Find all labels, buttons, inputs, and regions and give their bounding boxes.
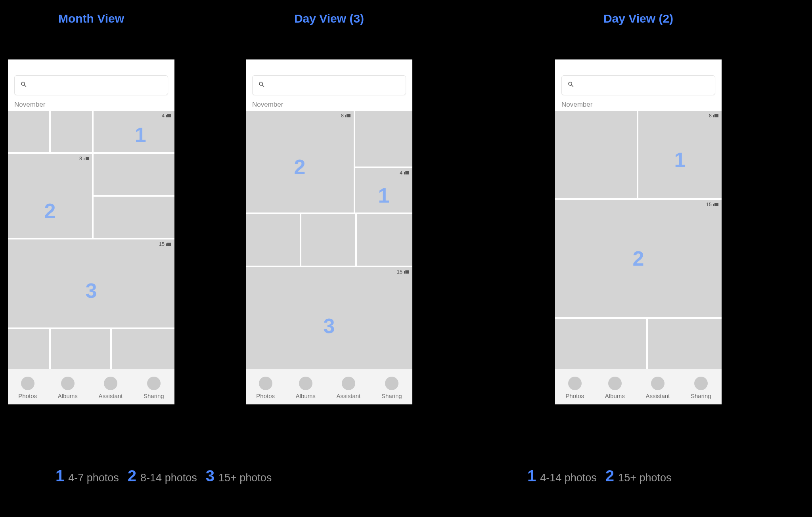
photo-tile[interactable] xyxy=(94,154,174,195)
nav-label: Photos xyxy=(18,393,37,399)
burst-badge: 15 xyxy=(397,270,409,275)
nav-icon xyxy=(568,377,582,390)
legend-num: 2 xyxy=(605,468,614,484)
tier-marker-3: 3 xyxy=(86,280,97,301)
month-header: November xyxy=(561,101,592,109)
tier-marker-3: 3 xyxy=(324,316,335,336)
search-input[interactable] xyxy=(252,75,406,95)
search-icon xyxy=(258,81,265,90)
photo-tile[interactable] xyxy=(301,214,355,266)
nav-sharing[interactable]: Sharing xyxy=(691,377,711,399)
nav-icon xyxy=(342,377,355,390)
search-icon xyxy=(567,81,575,90)
nav-assistant[interactable]: Assistant xyxy=(336,377,360,399)
phone-mock-month: November 4 1 8 2 xyxy=(8,59,174,404)
photo-tile[interactable] xyxy=(355,111,412,167)
nav-icon xyxy=(608,377,622,390)
burst-badge: 4 xyxy=(162,113,171,119)
photo-tile[interactable] xyxy=(51,111,92,152)
nav-sharing[interactable]: Sharing xyxy=(144,377,164,399)
legend-text: 15+ photos xyxy=(218,473,272,483)
photo-tile[interactable] xyxy=(112,329,174,369)
nav-icon xyxy=(299,377,312,390)
phone-mock-day3: November 8 2 4 1 xyxy=(246,59,412,404)
legend-entry: 2 15+ photos xyxy=(605,468,672,484)
column-title-day3: Day View (3) xyxy=(246,12,412,25)
bottom-nav: Photos Albums Assistant Sharing xyxy=(246,369,412,404)
nav-label: Sharing xyxy=(381,393,402,399)
nav-label: Albums xyxy=(605,393,625,399)
nav-icon xyxy=(694,377,708,390)
nav-label: Assistant xyxy=(645,393,670,399)
legend-text: 8-14 photos xyxy=(140,473,197,483)
burst-badge: 8 xyxy=(709,113,718,119)
burst-badge: 8 xyxy=(79,156,89,161)
photo-tile[interactable]: 8 2 xyxy=(8,154,92,238)
legend-entry: 3 15+ photos xyxy=(206,468,272,484)
nav-label: Albums xyxy=(58,393,78,399)
legend-right: 1 4-14 photos 2 15+ photos xyxy=(527,468,671,484)
photo-tile[interactable]: 15 3 xyxy=(246,267,412,369)
photo-tile[interactable]: 15 3 xyxy=(8,239,174,327)
phone-mock-day2: November 8 1 15 2 xyxy=(555,59,722,404)
burst-badge: 15 xyxy=(706,202,718,207)
burst-badge: 15 xyxy=(159,242,171,247)
search-input[interactable] xyxy=(561,75,715,95)
nav-label: Assistant xyxy=(98,393,123,399)
nav-label: Photos xyxy=(565,393,584,399)
photo-tile[interactable] xyxy=(8,329,49,369)
nav-albums[interactable]: Albums xyxy=(58,377,78,399)
photo-tile[interactable] xyxy=(8,111,49,152)
nav-icon xyxy=(385,377,398,390)
legend-text: 15+ photos xyxy=(618,473,671,483)
photo-tile[interactable] xyxy=(51,329,110,369)
photo-tile[interactable] xyxy=(246,214,300,266)
nav-assistant[interactable]: Assistant xyxy=(98,377,123,399)
photo-tile[interactable]: 15 2 xyxy=(555,200,722,317)
tier-marker-1: 1 xyxy=(674,149,686,170)
nav-assistant[interactable]: Assistant xyxy=(645,377,670,399)
tier-marker-2: 2 xyxy=(44,201,56,221)
nav-icon xyxy=(651,377,665,390)
legend-num: 2 xyxy=(128,468,136,484)
nav-photos[interactable]: Photos xyxy=(256,377,275,399)
legend-text: 4-7 photos xyxy=(68,473,119,483)
legend-entry: 1 4-7 photos xyxy=(56,468,119,484)
burst-badge: 4 xyxy=(400,170,409,176)
nav-albums[interactable]: Albums xyxy=(605,377,625,399)
nav-icon xyxy=(259,377,272,390)
month-header: November xyxy=(252,101,283,109)
nav-photos[interactable]: Photos xyxy=(18,377,37,399)
photo-tile[interactable] xyxy=(555,319,646,369)
search-input[interactable] xyxy=(14,75,168,95)
bottom-nav: Photos Albums Assistant Sharing xyxy=(555,369,722,404)
legend-num: 1 xyxy=(527,468,536,484)
search-icon xyxy=(20,81,27,90)
nav-label: Sharing xyxy=(691,393,711,399)
photo-tile[interactable] xyxy=(648,319,722,369)
nav-icon xyxy=(104,377,117,390)
photo-tile[interactable] xyxy=(357,214,412,266)
photo-grid: 4 1 8 2 15 3 xyxy=(8,111,174,369)
nav-albums[interactable]: Albums xyxy=(296,377,316,399)
nav-photos[interactable]: Photos xyxy=(565,377,584,399)
burst-badge: 8 xyxy=(341,113,350,119)
legend-text: 4-14 photos xyxy=(540,473,597,483)
legend-num: 3 xyxy=(206,468,214,484)
photo-tile[interactable] xyxy=(555,111,637,198)
photo-grid: 8 2 4 1 15 xyxy=(246,111,412,369)
photo-tile[interactable] xyxy=(94,197,174,238)
bottom-nav: Photos Albums Assistant Sharing xyxy=(8,369,174,404)
nav-label: Photos xyxy=(256,393,275,399)
column-title-month: Month View xyxy=(8,12,174,25)
tier-marker-1: 1 xyxy=(135,124,146,145)
photo-tile[interactable]: 8 1 xyxy=(638,111,722,198)
tier-marker-2: 2 xyxy=(633,248,644,269)
nav-icon xyxy=(147,377,161,390)
month-header: November xyxy=(14,101,45,109)
nav-icon xyxy=(21,377,34,390)
nav-sharing[interactable]: Sharing xyxy=(381,377,402,399)
photo-tile[interactable]: 8 2 xyxy=(246,111,354,213)
photo-tile[interactable]: 4 1 xyxy=(355,168,412,213)
photo-tile[interactable]: 4 1 xyxy=(94,111,174,152)
